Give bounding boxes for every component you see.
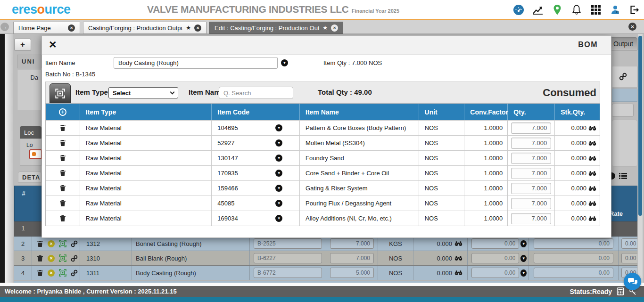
link-icon[interactable] <box>71 269 78 277</box>
tab-production-output[interactable]: Casting/Forging : Production Output ★ ✕ <box>83 22 206 34</box>
add-circle-icon[interactable]: + <box>59 108 66 116</box>
link-icon[interactable] <box>71 255 78 262</box>
delete-icon[interactable] <box>46 136 80 150</box>
qty-input[interactable] <box>511 138 551 149</box>
favorite-star-icon[interactable]: ★ <box>186 24 191 31</box>
consumed-row[interactable]: Raw Material 159466▼ Gating & Riser Syst… <box>46 180 600 196</box>
required-field-input[interactable] <box>29 149 42 159</box>
dashboard-icon[interactable] <box>513 4 524 16</box>
value3-input[interactable] <box>621 253 637 263</box>
consumed-row[interactable]: Raw Material 104695▼ Pattern & Core Boxe… <box>46 120 600 135</box>
cancel-icon[interactable]: ✕ <box>48 240 55 247</box>
batch-input[interactable] <box>254 268 322 278</box>
detail-row[interactable]: 2 ✕ 1312 Bonnet Casting (Rough) KGS 0.00… <box>14 237 637 251</box>
tab-home-page[interactable]: Home Page ✕ <box>13 22 80 34</box>
location-tab[interactable]: Loc <box>20 126 41 139</box>
qty-input[interactable] <box>511 122 551 134</box>
consumed-row[interactable]: Raw Material 45085▼ Pouring Flux / Degas… <box>46 196 600 211</box>
value2-input[interactable] <box>534 253 613 263</box>
tab-edit-production-output[interactable]: Edit : Casting/Forging : Production Outp… <box>209 22 343 34</box>
location-icon[interactable] <box>552 4 563 16</box>
value2-input[interactable] <box>534 238 613 249</box>
stock-lookup-icon[interactable] <box>454 270 462 276</box>
scan-button[interactable] <box>50 83 71 103</box>
delete-icon[interactable] <box>37 269 43 277</box>
calculator-icon[interactable] <box>617 287 624 295</box>
stock-lookup-icon[interactable] <box>588 216 596 221</box>
delete-icon[interactable] <box>37 255 43 262</box>
item-code-dropdown-icon[interactable]: ▼ <box>275 155 282 162</box>
consumed-row[interactable]: Raw Material 52927▼ Molten Metal (SS304)… <box>46 135 600 150</box>
delete-icon[interactable] <box>46 151 80 165</box>
item-name-dropdown-icon[interactable]: ▼ <box>281 59 288 66</box>
item-code-dropdown-icon[interactable]: ▼ <box>275 139 282 147</box>
chevron-down-icon[interactable]: ▼ <box>520 240 527 247</box>
tab-close-icon[interactable]: ✕ <box>68 24 75 32</box>
item-code-dropdown-icon[interactable]: ▼ <box>275 170 282 177</box>
detail-row[interactable]: 4 ✕ 1311 Body Casting (Rough) NOS 0.000 … <box>14 266 637 280</box>
scrollbar-thumb[interactable] <box>638 36 642 216</box>
stock-lookup-icon[interactable] <box>588 186 596 191</box>
consumed-row[interactable]: Raw Material 170935▼ Core Sand + Binder … <box>46 165 600 180</box>
value1-input[interactable] <box>471 268 519 278</box>
stock-lookup-icon[interactable] <box>454 255 462 261</box>
stock-lookup-icon[interactable] <box>588 171 596 176</box>
qty-input[interactable] <box>330 238 374 249</box>
value1-input[interactable] <box>471 238 519 249</box>
item-code-dropdown-icon[interactable]: ▼ <box>275 200 282 207</box>
qty-input[interactable] <box>511 198 551 209</box>
favorite-star-icon[interactable]: ★ <box>322 24 328 31</box>
qty-input[interactable] <box>511 213 551 224</box>
chat-button[interactable] <box>624 273 641 290</box>
qty-input[interactable] <box>511 168 551 179</box>
stock-lookup-icon[interactable] <box>588 155 596 161</box>
consumed-row[interactable]: Raw Material 130147▼ Foundry Sand NOS 1.… <box>46 150 600 165</box>
qty-input[interactable] <box>330 253 374 263</box>
scan-icon[interactable] <box>59 254 66 262</box>
qty-input[interactable] <box>511 183 551 194</box>
tab-scroll-arrow-icon[interactable]: → <box>0 23 9 31</box>
detail-row[interactable]: 3 ✕ 1310 Ball Blank (Rough) NOS 0.000 ▼ <box>14 251 637 266</box>
item-type-select[interactable]: Select <box>108 87 178 98</box>
item-name-search-input[interactable] <box>219 87 293 99</box>
close-all-tabs-icon[interactable]: ✕ <box>628 23 636 31</box>
consumed-row[interactable]: Raw Material 169034▼ Alloy Additions (Ni… <box>46 211 600 226</box>
value3-input[interactable] <box>621 238 637 249</box>
batch-input[interactable] <box>254 253 322 263</box>
batch-input[interactable] <box>254 238 322 249</box>
notifications-icon[interactable] <box>571 4 582 16</box>
eresource-logo[interactable]: eresource <box>12 2 71 17</box>
item-code-dropdown-icon[interactable]: ▼ <box>275 124 282 131</box>
stock-lookup-icon[interactable] <box>588 140 596 146</box>
value1-input[interactable] <box>471 253 519 263</box>
logout-icon[interactable] <box>629 4 640 16</box>
delete-icon[interactable] <box>46 181 80 196</box>
user-icon[interactable] <box>610 4 621 16</box>
cancel-icon[interactable]: ✕ <box>48 255 55 262</box>
chevron-down-icon[interactable]: ▼ <box>520 269 527 277</box>
vertical-scrollbar[interactable] <box>638 34 643 283</box>
scan-icon[interactable] <box>59 240 66 247</box>
right-input-fragment[interactable] <box>612 104 634 117</box>
analytics-icon[interactable] <box>532 4 544 16</box>
modal-close-icon[interactable]: ✕ <box>49 39 57 50</box>
chevron-down-icon[interactable]: ▼ <box>520 255 527 262</box>
add-row-button[interactable]: + <box>14 39 31 51</box>
qty-input[interactable] <box>330 268 374 278</box>
delete-icon[interactable] <box>46 121 80 135</box>
list-view-icon[interactable] <box>619 172 627 180</box>
delete-icon[interactable] <box>37 240 43 247</box>
stock-lookup-icon[interactable] <box>588 125 596 131</box>
tab-close-icon[interactable]: ✕ <box>194 24 201 32</box>
tab-close-icon[interactable]: ✕ <box>331 24 338 32</box>
stock-lookup-icon[interactable] <box>588 201 596 206</box>
qty-input[interactable] <box>511 153 551 164</box>
apps-grid-icon[interactable] <box>590 4 602 16</box>
delete-icon[interactable] <box>46 211 80 226</box>
add-item-column-header[interactable]: + <box>46 104 80 120</box>
stock-lookup-icon[interactable] <box>454 241 462 246</box>
delete-icon[interactable] <box>46 196 80 211</box>
item-code-dropdown-icon[interactable]: ▼ <box>275 215 282 222</box>
value2-input[interactable] <box>534 268 613 278</box>
item-code-dropdown-icon[interactable]: ▼ <box>275 185 282 192</box>
